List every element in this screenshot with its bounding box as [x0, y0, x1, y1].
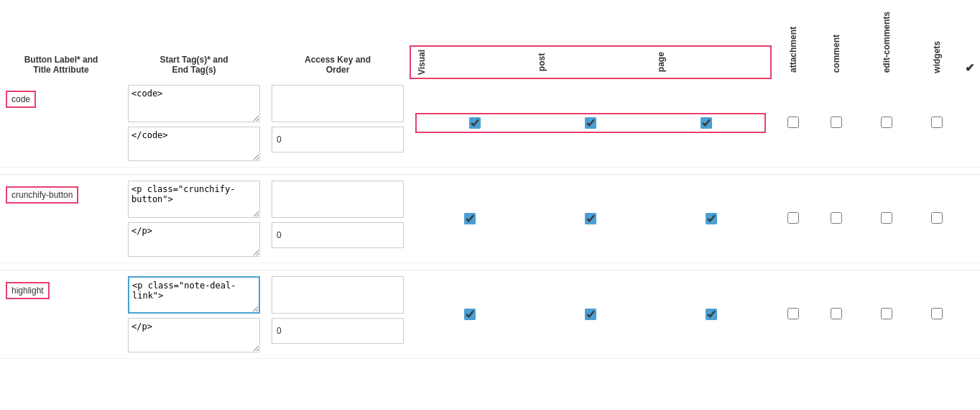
attachment-checkbox-label[interactable] [787, 216, 799, 226]
visual-checkbox-label[interactable] [458, 213, 481, 224]
table-row: crunchify-button0 [0, 175, 980, 263]
widgets-checkbox-label[interactable] [931, 120, 943, 130]
edit_comments-checkbox-label[interactable] [881, 216, 892, 226]
widgets-cell [915, 175, 958, 263]
access-key-cell: 0 [266, 270, 410, 359]
widgets-checkbox-label[interactable] [931, 216, 943, 226]
widgets-cell [915, 79, 958, 168]
table-row: highlight0 [0, 270, 980, 359]
post-checkbox[interactable] [585, 309, 596, 320]
visual-checkbox-label[interactable] [458, 309, 481, 320]
access-key-top-input[interactable] [272, 276, 404, 314]
comment-cell [815, 79, 858, 168]
header-widgets: widgets [915, 7, 958, 79]
header-access-key: Access Key andOrder [266, 7, 410, 79]
attachment-cell [772, 270, 815, 359]
edit_comments-checkbox[interactable] [881, 308, 892, 319]
visual-checkbox-label[interactable] [463, 117, 486, 129]
visual-post-page-cell [410, 270, 772, 359]
page-checkbox[interactable] [706, 309, 717, 320]
comment-checkbox[interactable] [831, 117, 842, 128]
attachment-cell [772, 175, 815, 263]
page-checkbox[interactable] [701, 117, 712, 129]
access-key-bottom-value: 0 [272, 318, 404, 344]
start-tag-bottom-input[interactable] [128, 222, 260, 257]
start-tag-cell [122, 175, 266, 263]
header-page: page [650, 47, 770, 78]
comment-cell [815, 175, 858, 263]
access-key-bottom-value: 0 [272, 222, 404, 248]
row-spacer [0, 168, 980, 175]
attachment-checkbox-label[interactable] [787, 120, 799, 130]
post-checkbox[interactable] [585, 213, 596, 224]
header-comment: comment [815, 7, 858, 79]
button-label-input[interactable]: highlight [6, 282, 50, 299]
start-tag-top-input[interactable] [128, 276, 260, 314]
start-tag-bottom-input[interactable] [128, 318, 260, 352]
post-checkbox-label[interactable] [579, 213, 602, 224]
edit_comments-cell [858, 175, 915, 263]
access-key-cell: 0 [266, 79, 410, 168]
header-check: ✔ [958, 7, 980, 79]
button-label-input[interactable]: crunchify-button [6, 186, 78, 204]
row-check-cell [958, 175, 980, 263]
page-checkbox-label[interactable] [700, 213, 723, 224]
comment-checkbox-label[interactable] [831, 311, 842, 322]
attachment-checkbox[interactable] [787, 308, 799, 319]
visual-checkbox[interactable] [464, 309, 476, 320]
row-spacer [0, 263, 980, 270]
table-row: code0 [0, 79, 980, 168]
comment-checkbox[interactable] [831, 212, 842, 224]
visual-post-page-cell [410, 79, 772, 168]
access-key-top-input[interactable] [272, 85, 404, 122]
post-checkbox-label[interactable] [579, 117, 602, 129]
start-tag-top-input[interactable] [128, 181, 260, 218]
edit_comments-cell [858, 79, 915, 168]
start-tag-cell [122, 270, 266, 359]
comment-checkbox[interactable] [831, 308, 842, 319]
attachment-cell [772, 79, 815, 168]
header-attachment: attachment [772, 7, 815, 79]
main-table-container: Button Label* and Title Attribute Start … [0, 0, 980, 366]
comment-checkbox-label[interactable] [831, 120, 842, 130]
button-label-cell: highlight [0, 270, 122, 359]
attachment-checkbox-label[interactable] [787, 311, 799, 322]
button-label-input[interactable]: code [6, 91, 36, 108]
attachment-checkbox[interactable] [787, 212, 799, 224]
page-checkbox-label[interactable] [700, 309, 723, 320]
widgets-checkbox[interactable] [931, 117, 943, 128]
header-start-tag: Start Tag(s)* andEnd Tag(s) [122, 7, 266, 79]
header-post: post [531, 47, 651, 78]
visual-checkbox[interactable] [469, 117, 481, 129]
widgets-checkbox[interactable] [931, 308, 943, 319]
access-key-top-input[interactable] [272, 181, 404, 218]
header-button-label: Button Label* and Title Attribute [0, 7, 122, 79]
start-tag-bottom-input[interactable] [128, 127, 260, 161]
header-visual: Visual [411, 47, 531, 78]
widgets-checkbox[interactable] [931, 212, 943, 224]
comment-cell [815, 270, 858, 359]
access-key-cell: 0 [266, 175, 410, 263]
header-visual-group: Visual post page [410, 7, 772, 79]
page-checkbox[interactable] [706, 213, 717, 224]
button-label-cell: crunchify-button [0, 175, 122, 263]
post-checkbox[interactable] [585, 117, 596, 129]
edit_comments-checkbox-label[interactable] [881, 120, 892, 130]
page-checkbox-label[interactable] [695, 117, 718, 129]
widgets-cell [915, 270, 958, 359]
start-tag-top-input[interactable] [128, 85, 260, 122]
visual-checkbox[interactable] [464, 213, 476, 224]
comment-checkbox-label[interactable] [831, 216, 842, 226]
start-tag-cell [122, 79, 266, 168]
edit_comments-checkbox[interactable] [881, 117, 892, 128]
attachment-checkbox[interactable] [787, 117, 799, 128]
row-check-cell [958, 270, 980, 359]
edit_comments-checkbox-label[interactable] [881, 311, 892, 322]
edit_comments-cell [858, 270, 915, 359]
button-label-cell: code [0, 79, 122, 168]
edit_comments-checkbox[interactable] [881, 212, 892, 224]
row-check-cell [958, 79, 980, 168]
post-checkbox-label[interactable] [579, 309, 602, 320]
widgets-checkbox-label[interactable] [931, 311, 943, 322]
visual-post-page-cell [410, 175, 772, 263]
